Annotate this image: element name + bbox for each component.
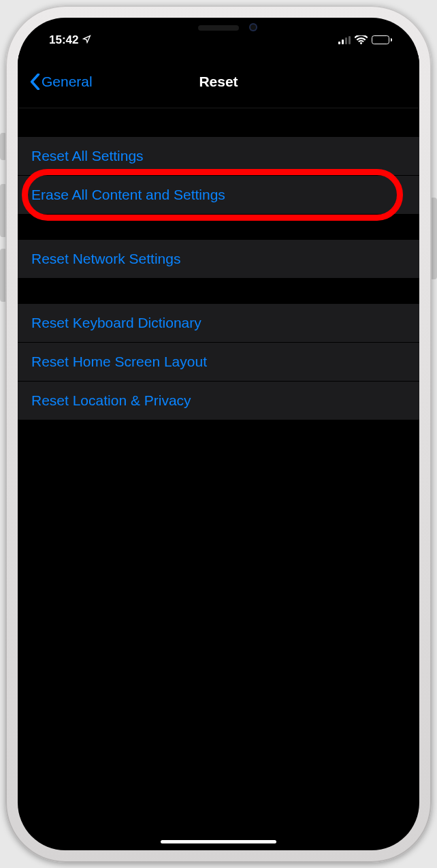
status-time: 15:42 xyxy=(49,33,78,47)
row-reset-home-screen-layout[interactable]: Reset Home Screen Layout xyxy=(18,343,419,382)
home-indicator[interactable] xyxy=(161,840,276,843)
group-3: Reset Keyboard Dictionary Reset Home Scr… xyxy=(18,304,419,420)
row-erase-all-content-and-settings[interactable]: Erase All Content and Settings xyxy=(18,176,419,214)
device-frame: 15:42 xyxy=(5,5,432,863)
back-label: General xyxy=(42,74,93,90)
row-label: Reset Keyboard Dictionary xyxy=(31,315,201,330)
row-label: Reset Home Screen Layout xyxy=(31,354,207,369)
battery-icon xyxy=(372,35,392,44)
page-title: Reset xyxy=(199,74,238,90)
location-arrow-icon xyxy=(82,33,91,47)
content: Reset All Settings Erase All Content and… xyxy=(18,108,419,850)
group-2: Reset Network Settings xyxy=(18,240,419,278)
row-reset-network-settings[interactable]: Reset Network Settings xyxy=(18,240,419,278)
group-1: Reset All Settings Erase All Content and… xyxy=(18,137,419,214)
nav-bar: General Reset xyxy=(18,55,419,108)
cellular-signal-icon xyxy=(338,36,351,44)
back-button[interactable]: General xyxy=(25,68,98,95)
row-reset-location-and-privacy[interactable]: Reset Location & Privacy xyxy=(18,382,419,420)
row-label: Reset Location & Privacy xyxy=(31,392,191,408)
row-label: Erase All Content and Settings xyxy=(31,187,225,202)
row-label: Reset Network Settings xyxy=(31,251,180,266)
screen: 15:42 xyxy=(18,18,419,850)
row-reset-keyboard-dictionary[interactable]: Reset Keyboard Dictionary xyxy=(18,304,419,343)
wifi-icon xyxy=(355,35,368,45)
notch xyxy=(133,18,304,41)
row-reset-all-settings[interactable]: Reset All Settings xyxy=(18,137,419,176)
row-label: Reset All Settings xyxy=(31,148,144,164)
chevron-left-icon xyxy=(30,74,40,90)
